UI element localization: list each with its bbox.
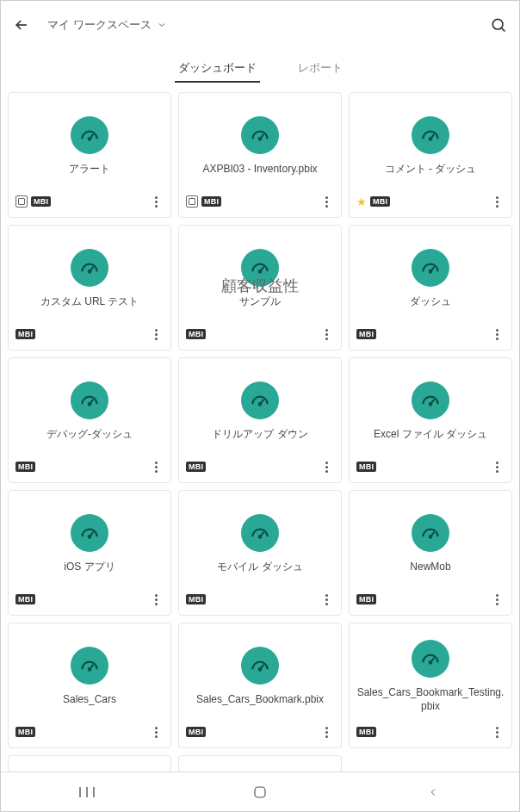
back-button[interactable]	[11, 15, 32, 35]
card-preview-text: 顧客収益性	[179, 276, 341, 296]
card-body: Sales_Cars_Bookmark_Testing.pbix	[356, 630, 505, 723]
card-more-button[interactable]	[319, 462, 334, 473]
card-badges: MBI	[15, 462, 35, 472]
dashboard-card[interactable]: コメント - ダッシュ★MBI	[349, 92, 512, 218]
dashboard-card[interactable]	[178, 755, 342, 772]
mbi-badge: MBI	[15, 329, 35, 339]
dashboard-card[interactable]: ダッシュMBI	[349, 225, 512, 350]
card-body: Excel ファイル ダッシュ	[356, 365, 505, 458]
dashboard-card[interactable]: カスタム URL テストMBI	[8, 225, 171, 350]
mbi-badge: MBI	[186, 594, 206, 604]
mbi-badge: MBI	[186, 462, 206, 472]
dashboard-card[interactable]: Sales_CarsMBI	[8, 623, 171, 748]
dashboard-card[interactable]: Excel ファイル ダッシュMBI	[349, 357, 512, 483]
card-footer: MBI	[186, 458, 334, 475]
dashboard-card[interactable]: Sales_Cars_Bookmark_Testing.pbixMBI	[349, 623, 512, 748]
dashboard-card[interactable]: Sales_Cars_Bookmark.pbixMBI	[178, 623, 342, 748]
dashboard-card[interactable]: デバッグ-ダッシュMBI	[8, 357, 171, 483]
nav-back[interactable]	[416, 784, 450, 801]
card-more-button[interactable]	[489, 727, 505, 738]
card-footer: MBI	[186, 591, 334, 608]
tab-reports[interactable]: レポート	[298, 60, 343, 83]
card-title: コメント - ダッシュ	[385, 163, 477, 177]
mbi-badge: MBI	[370, 196, 390, 207]
tabs: ダッシュボード レポート	[1, 49, 519, 84]
card-more-button[interactable]	[319, 727, 334, 738]
card-badges: MBI	[356, 594, 376, 604]
card-more-button[interactable]	[489, 594, 505, 605]
card-title: ダッシュ	[410, 295, 451, 309]
mbi-badge: MBI	[15, 727, 35, 737]
card-title: Sales_Cars	[63, 693, 116, 707]
card-title: AXPBI03 - Inventory.pbix	[202, 163, 317, 177]
card-more-button[interactable]	[319, 196, 334, 208]
card-badges: MBI	[356, 727, 376, 737]
card-more-button[interactable]	[148, 462, 164, 473]
gauge-icon	[241, 116, 279, 154]
card-more-button[interactable]	[489, 196, 505, 208]
card-footer: MBI	[15, 723, 164, 741]
card-title: Sales_Cars_Bookmark.pbix	[196, 693, 324, 707]
card-title: アラート	[69, 163, 110, 177]
card-footer: MBI	[186, 193, 334, 210]
dashboard-card[interactable]: iOS アプリMBI	[8, 490, 171, 616]
card-footer: MBI	[15, 193, 164, 210]
mbi-badge: MBI	[15, 594, 35, 604]
card-badges: MBI	[356, 329, 376, 339]
header-left: マイ ワークスペース	[11, 15, 167, 35]
card-more-button[interactable]	[148, 329, 164, 340]
card-badges: MBI	[15, 329, 35, 339]
dashboard-card[interactable]: サンプル顧客収益性MBI	[178, 225, 342, 350]
card-more-button[interactable]	[489, 329, 505, 340]
card-body: ダッシュ	[356, 232, 505, 325]
gauge-icon	[71, 249, 108, 287]
card-badges: MBI	[356, 462, 376, 472]
card-badges: MBI	[186, 594, 206, 604]
card-more-button[interactable]	[148, 594, 164, 605]
tab-dashboards[interactable]: ダッシュボード	[178, 60, 257, 83]
card-badges: MBI	[15, 195, 51, 208]
card-footer: MBI	[356, 325, 505, 343]
card-more-button[interactable]	[319, 594, 334, 605]
gauge-icon	[71, 647, 108, 685]
tab-label: ダッシュボード	[178, 61, 257, 74]
gauge-icon	[412, 116, 449, 154]
dashboard-card[interactable]	[8, 755, 171, 772]
card-title: NewMob	[410, 561, 450, 574]
card-more-button[interactable]	[148, 196, 164, 208]
sensitivity-icon	[15, 195, 28, 208]
card-title: Sales_Cars_Bookmark_Testing.pbix	[356, 686, 505, 713]
gauge-icon	[71, 514, 108, 552]
card-body: Sales_Cars_Bookmark.pbix	[186, 630, 334, 723]
dashboard-card[interactable]: NewMobMBI	[349, 490, 512, 616]
card-body: ドリルアップ ダウン	[186, 365, 334, 458]
card-more-button[interactable]	[319, 329, 334, 340]
gauge-icon	[412, 249, 449, 287]
dashboard-card[interactable]: アラートMBI	[8, 92, 171, 218]
card-title: カスタム URL テスト	[40, 295, 139, 309]
nav-home[interactable]	[243, 784, 277, 801]
dashboard-card[interactable]: モバイル ダッシュMBI	[178, 490, 342, 616]
card-footer: MBI	[15, 325, 164, 343]
mbi-badge: MBI	[356, 594, 376, 604]
nav-recent[interactable]	[70, 784, 104, 801]
card-body: Sales_Cars	[15, 630, 164, 723]
search-button[interactable]	[488, 15, 509, 35]
card-footer: MBI	[356, 723, 505, 741]
dashboard-card[interactable]: AXPBI03 - Inventory.pbixMBI	[178, 92, 342, 218]
card-more-button[interactable]	[148, 727, 164, 738]
card-badges: MBI	[15, 727, 35, 737]
card-body: iOS アプリ	[15, 498, 164, 591]
dashboard-card[interactable]: ドリルアップ ダウンMBI	[178, 357, 342, 483]
card-footer: MBI	[186, 723, 334, 741]
card-body: コメント - ダッシュ	[356, 100, 505, 193]
gauge-icon	[412, 381, 449, 419]
header: マイ ワークスペース	[1, 1, 519, 49]
sensitivity-icon	[186, 195, 198, 208]
gauge-icon	[241, 514, 279, 552]
svg-point-0	[492, 19, 503, 29]
workspace-dropdown[interactable]: マイ ワークスペース	[47, 17, 167, 33]
tab-label: レポート	[298, 61, 343, 74]
card-more-button[interactable]	[489, 462, 505, 473]
card-title: モバイル ダッシュ	[217, 561, 302, 574]
